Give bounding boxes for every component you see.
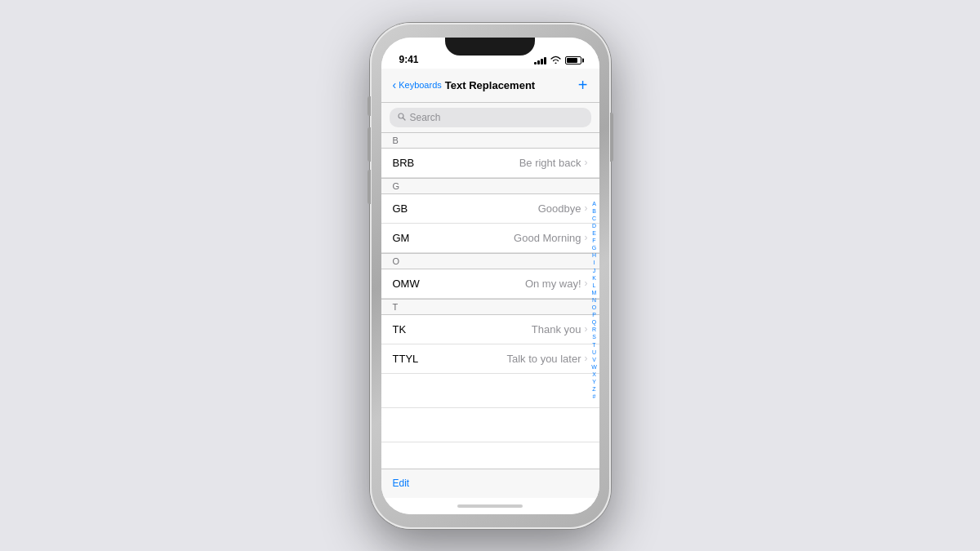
chevron-right-icon: › — [585, 232, 588, 243]
alpha-m[interactable]: M — [590, 289, 599, 296]
phrase-gb: Goodbye — [538, 202, 581, 215]
notch — [445, 38, 535, 56]
navigation-bar: ‹ Keyboards Text Replacement + — [381, 69, 599, 103]
signal-icon — [534, 56, 546, 64]
page-title: Text Replacement — [445, 79, 535, 91]
list-item[interactable]: OMW On my way! › — [381, 269, 599, 299]
alpha-a[interactable]: A — [590, 200, 599, 207]
shortcut-omw: OMW — [393, 278, 420, 290]
list-item[interactable]: GM Good Morning › — [381, 224, 599, 253]
wifi-icon — [550, 56, 561, 65]
search-placeholder: Search — [410, 112, 441, 123]
alpha-s[interactable]: S — [590, 333, 599, 340]
alpha-t[interactable]: T — [590, 341, 599, 349]
phrase-ttyl: Talk to you later — [506, 353, 581, 365]
shortcut-tk: TK — [393, 323, 407, 335]
alpha-n[interactable]: N — [590, 296, 599, 304]
power-button — [610, 113, 613, 162]
alpha-e[interactable]: E — [590, 229, 599, 237]
alpha-x[interactable]: X — [590, 371, 599, 378]
mute-button — [368, 96, 371, 116]
search-bar[interactable]: Search — [390, 108, 591, 127]
alpha-f[interactable]: F — [590, 237, 599, 244]
shortcut-gm: GM — [393, 232, 410, 244]
alphabet-index[interactable]: ABCDEFGHIJKLMNOPQRSTUVWXYZ# — [590, 132, 599, 469]
chevron-right-icon: › — [585, 202, 588, 214]
section-header-b: B — [381, 132, 599, 149]
alpha-#[interactable]: # — [590, 393, 599, 400]
chevron-left-icon: ‹ — [393, 78, 397, 91]
alpha-h[interactable]: H — [590, 251, 599, 259]
list-item[interactable]: GB Goodbye › — [381, 194, 599, 224]
home-bar — [457, 504, 523, 508]
phone-frame: 9:41 — [370, 23, 611, 529]
status-time: 9:41 — [399, 54, 419, 65]
section-header-t: T — [381, 299, 599, 315]
bottom-bar: Edit — [381, 469, 599, 498]
alpha-j[interactable]: J — [590, 267, 599, 274]
chevron-right-icon: › — [585, 278, 588, 289]
shortcut-gb: GB — [393, 202, 408, 215]
alpha-z[interactable]: Z — [590, 385, 599, 393]
home-indicator — [381, 498, 599, 514]
list-content: B BRB Be right back › G GB Goodbye › GM — [381, 132, 599, 469]
alpha-w[interactable]: W — [590, 363, 599, 371]
list-item[interactable]: TK Thank you › — [381, 315, 599, 344]
alpha-o[interactable]: O — [590, 304, 599, 311]
alpha-g[interactable]: G — [590, 244, 599, 251]
alpha-b[interactable]: B — [590, 207, 599, 215]
alpha-l[interactable]: L — [590, 282, 599, 289]
edit-button[interactable]: Edit — [393, 478, 410, 489]
alpha-r[interactable]: R — [590, 326, 599, 333]
section-header-g: G — [381, 178, 599, 194]
alpha-i[interactable]: I — [590, 259, 599, 266]
shortcut-brb: BRB — [393, 157, 415, 169]
empty-row — [381, 442, 599, 469]
alpha-y[interactable]: Y — [590, 378, 599, 385]
phrase-gm: Good Morning — [514, 232, 581, 244]
phrase-tk: Thank you — [532, 323, 581, 335]
alpha-d[interactable]: D — [590, 222, 599, 229]
phone-screen: 9:41 — [381, 38, 599, 514]
alpha-p[interactable]: P — [590, 311, 599, 318]
battery-icon — [565, 56, 581, 64]
alpha-q[interactable]: Q — [590, 318, 599, 326]
phrase-brb: Be right back — [519, 157, 581, 169]
volume-up-button — [368, 127, 371, 162]
search-container: Search — [381, 103, 599, 132]
svg-line-1 — [403, 118, 405, 120]
chevron-right-icon: › — [585, 353, 588, 364]
volume-down-button — [368, 170, 371, 204]
section-header-o: O — [381, 253, 599, 269]
chevron-right-icon: › — [585, 157, 588, 168]
alpha-c[interactable]: C — [590, 215, 599, 222]
phrase-omw: On my way! — [525, 278, 581, 290]
alpha-u[interactable]: U — [590, 349, 599, 356]
status-icons — [534, 56, 581, 65]
list-item[interactable]: TTYL Talk to you later › — [381, 344, 599, 374]
chevron-right-icon: › — [585, 323, 588, 335]
back-label: Keyboards — [399, 80, 442, 90]
list-item[interactable]: BRB Be right back › — [381, 149, 599, 178]
search-icon — [398, 113, 406, 122]
back-button[interactable]: ‹ Keyboards — [393, 78, 442, 91]
empty-row — [381, 374, 599, 408]
alpha-k[interactable]: K — [590, 274, 599, 282]
alpha-v[interactable]: V — [590, 356, 599, 363]
empty-row — [381, 408, 599, 442]
add-button[interactable]: + — [578, 77, 588, 93]
shortcut-ttyl: TTYL — [393, 353, 419, 365]
